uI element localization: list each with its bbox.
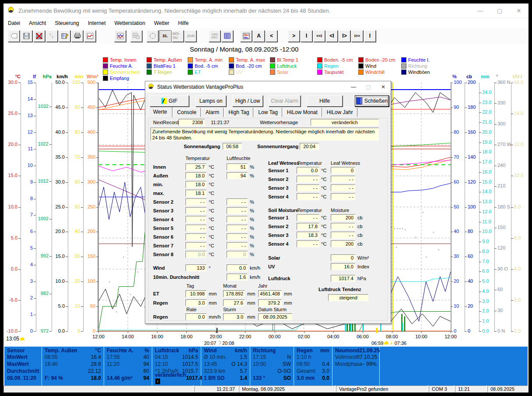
temp-field[interactable]: - - [186, 216, 206, 223]
sensor-temp-field[interactable]: - - [297, 214, 319, 221]
temp-field[interactable]: 18.1 [186, 190, 206, 197]
legend-item-temp-innen[interactable]: Temp. Innen [103, 57, 147, 63]
menu-wetter[interactable]: Wetter [150, 19, 174, 28]
temp-field[interactable]: 18.0 [186, 172, 206, 179]
next-record-field[interactable]: 2308 [178, 119, 205, 126]
legend-item-sonnenschein[interactable]: Sonnenschein [103, 69, 147, 75]
legend-item-bl-temp-1[interactable]: Bl.Temp 1 [270, 57, 317, 63]
maxmin-table-button[interactable]: MaxMin [240, 30, 252, 42]
temp-field[interactable]: 18.0 [186, 181, 206, 188]
legend-item-temp-a-min[interactable]: Temp. A. min [188, 57, 229, 63]
sensor-value-field[interactable]: - - [331, 184, 355, 191]
day-view-button[interactable]: 31. [159, 30, 171, 42]
humidity-field[interactable]: - - [227, 225, 248, 232]
sensor-temp-field[interactable]: 0.0 [297, 167, 319, 174]
dialog-minimize-icon[interactable]: — [346, 82, 361, 92]
humidity-field[interactable]: 51 [227, 163, 248, 170]
legend-item-wind[interactable]: Wind [358, 63, 401, 69]
minimize-icon[interactable]: — [471, 4, 490, 17]
sensor-value-field[interactable]: - - [331, 193, 355, 200]
nav-last-button[interactable]: I [364, 30, 376, 42]
sensor-temp-field[interactable]: 17.8 [297, 223, 319, 230]
legend-item-t-regen[interactable]: T Regen [147, 69, 188, 75]
tab-werte[interactable]: Werte [148, 107, 172, 118]
remark-flag-button[interactable] [8, 30, 20, 42]
dialog-close-icon[interactable]: ✕ [376, 82, 391, 92]
wind-avg-field[interactable]: 1.6 [227, 274, 248, 281]
sensor-value-field[interactable]: 200 [331, 214, 355, 221]
rain-year-field[interactable]: 379.2 [258, 299, 282, 306]
wind-dir-field[interactable]: 133 [186, 264, 206, 271]
nav-rewind-button[interactable]: <<I [313, 30, 325, 42]
forecast-short-field[interactable]: veränderlich [311, 119, 379, 126]
nav-first-button[interactable]: I [301, 30, 312, 42]
sensor-value-field[interactable]: - - [331, 176, 355, 183]
forecast-text-field[interactable]: Zunehmende Bewölkung mit wenig Temperatu… [150, 128, 379, 141]
sensor-value-field[interactable]: 0 [331, 167, 355, 174]
menu-hilfe[interactable]: Hilfe [174, 19, 193, 28]
close-icon[interactable]: ✕ [509, 4, 528, 17]
legend-item-regen[interactable]: Regen [317, 63, 358, 69]
temp-field[interactable]: - - [186, 207, 206, 214]
rain-storm-field[interactable]: 3.0 [223, 313, 245, 320]
sensor-value-field[interactable]: 200 [331, 240, 355, 247]
edit-data-button[interactable] [59, 30, 70, 42]
legend-item-richtung[interactable]: Richtung [401, 63, 441, 69]
prev-button[interactable]: < [266, 30, 277, 42]
pressure-field[interactable]: 1017.4 [331, 275, 355, 282]
menu-steuerung[interactable]: Steuerung [50, 19, 83, 28]
legend-item-empfang[interactable]: Empfang [103, 76, 147, 81]
temp-field[interactable]: 0.0 [186, 251, 206, 258]
rain-month-field[interactable]: 27.6 [223, 299, 245, 306]
sensor-temp-field[interactable]: 18.3 [297, 232, 319, 239]
legend-item-luftdruck[interactable]: Luftdruck [270, 63, 317, 69]
humidity-field[interactable]: - - [227, 216, 248, 223]
humidity-field[interactable]: - - [227, 242, 248, 249]
humidity-field[interactable]: - - [227, 207, 248, 214]
legend-item-feuchte-i-[interactable]: Feuchte I. [401, 57, 441, 63]
storm-date-field[interactable]: 08.09.2025 [258, 313, 292, 320]
humidity-field[interactable]: 0 [227, 251, 248, 258]
temp-field[interactable]: - - [186, 242, 206, 249]
sunrise-field[interactable]: 06:58 [223, 143, 242, 150]
humidity-field[interactable]: - - [227, 233, 248, 240]
rain-day-field[interactable]: 3.0 [186, 299, 206, 306]
auto-button[interactable]: A [253, 30, 265, 42]
legend-item-temp-a-max[interactable]: Temp. A. max [229, 57, 270, 63]
legend-item-et[interactable]: ET [188, 69, 229, 75]
nav-ffwd-button[interactable]: I>> [351, 30, 363, 42]
humidity-field[interactable]: - - [227, 198, 248, 205]
legend-item-solar[interactable]: Solar [270, 69, 317, 75]
tab-hilow-jahr[interactable]: HiLow Jahr [322, 108, 357, 117]
legend-item-windchill[interactable]: Windchill [358, 69, 401, 75]
sensor-temp-field[interactable]: - - [297, 240, 319, 247]
solar-field[interactable]: 0 [331, 254, 355, 261]
sensor-temp-field[interactable]: - - [297, 176, 319, 183]
day-graph-button[interactable] [84, 30, 96, 42]
menu-datei[interactable]: Datei [4, 19, 24, 28]
temp-field[interactable]: 25.7 [186, 163, 206, 170]
rain-rate-field[interactable]: 0.0 [186, 313, 206, 320]
gif-button[interactable]: GIF [150, 95, 189, 107]
legend-item-taupunkt[interactable]: Taupunkt [317, 69, 358, 75]
high-low-button[interactable]: High / Low [232, 95, 263, 107]
legend-item-bod-5-cm[interactable]: Bod. -5 cm [188, 63, 229, 69]
schlie-en-button[interactable]: Schließen [355, 95, 389, 107]
delete-file-button[interactable] [33, 30, 45, 42]
legend-item-boden-20-cm[interactable]: Boden -20 cm [358, 57, 401, 63]
menu-internet[interactable]: Internet [84, 19, 110, 28]
print-button[interactable] [71, 30, 83, 42]
legend-item-boden-5-cm[interactable]: Boden. -5 cm [317, 57, 358, 63]
legend-item-bod-20-cm[interactable]: Bod. -20 cm [229, 63, 270, 69]
temp-field[interactable]: - - [186, 225, 206, 232]
pressure-tendency-field[interactable]: steigend [328, 294, 368, 301]
tab-high-tag[interactable]: High Tag [224, 108, 253, 117]
uv-field[interactable]: 16.0 [331, 263, 355, 270]
temp-field[interactable]: - - [186, 233, 206, 240]
sensor-value-field[interactable]: - - [331, 232, 355, 239]
tab-console[interactable]: Console [173, 108, 201, 117]
temp-field[interactable]: - - [186, 198, 206, 205]
sensor-temp-field[interactable]: - - [297, 193, 319, 200]
save-button[interactable] [21, 30, 32, 42]
et-year-field[interactable]: 4561.408 [258, 290, 282, 297]
